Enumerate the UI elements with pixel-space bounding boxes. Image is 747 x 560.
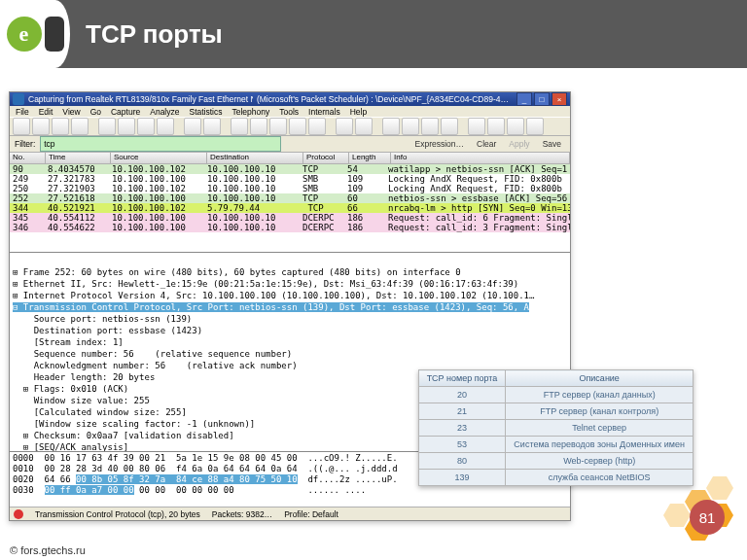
toolbar-icon[interactable] [487, 118, 505, 135]
toolbar-icon[interactable] [203, 118, 221, 135]
menubar: File Edit View Go Capture Analyze Statis… [10, 106, 570, 117]
packet-list[interactable]: 908.403457010.100.100.10210.100.100.10TC… [10, 164, 570, 252]
page-number: 81 [690, 500, 725, 535]
col-info[interactable]: Info [391, 153, 570, 163]
minimize-button[interactable]: _ [516, 92, 532, 106]
toolbar-icon[interactable] [52, 118, 69, 135]
ports-table: TCP номер портаОписание 20FTP сервер (ка… [418, 369, 694, 486]
col-no[interactable]: No. [10, 153, 46, 163]
capture-indicator-icon[interactable] [14, 509, 23, 519]
menu-internals[interactable]: Internals [308, 107, 340, 117]
toolbar-icon[interactable] [355, 118, 373, 135]
logo: e [0, 0, 70, 68]
logo-letter: e [7, 17, 42, 52]
table-row: 23Telnet сервер [418, 420, 693, 437]
logo-s-icon [45, 17, 64, 52]
slide-header: e TCP порты [0, 0, 747, 68]
toolbar-icon[interactable] [308, 118, 326, 135]
table-row: 80Web-сервер (http) [418, 453, 693, 470]
ports-header-desc: Описание [506, 370, 694, 387]
menu-edit[interactable]: Edit [39, 107, 53, 117]
col-source[interactable]: Source [111, 153, 207, 163]
packet-row[interactable]: 34640.55462210.100.100.10010.100.100.10D… [10, 223, 570, 232]
detail-line: ⊞ Checksum: 0x0aa7 [validation disabled] [13, 431, 234, 440]
detail-line: ⊞ [SEQ/ACK analysis] [13, 442, 128, 451]
toolbar-icon[interactable] [421, 118, 439, 135]
footer-copyright: © fors.gtechs.ru [10, 544, 86, 556]
col-protocol[interactable]: Protocol [303, 153, 349, 163]
col-destination[interactable]: Destination [207, 153, 303, 163]
toolbar-icon[interactable] [32, 118, 50, 135]
detail-line: Header length: 20 bytes [13, 372, 155, 382]
menu-go[interactable]: Go [90, 107, 101, 117]
menu-statistics[interactable]: Statistics [189, 107, 222, 117]
statusbar: Transmission Control Protocol (tcp), 20 … [10, 507, 570, 520]
toolbar-icon[interactable] [336, 118, 353, 135]
detail-line: Acknowledgment number: 56 (relative ack … [13, 361, 298, 370]
detail-line: Source port: netbios-ssn (139) [13, 314, 192, 324]
detail-line: ⊞ Internet Protocol Version 4, Src: 10.1… [13, 291, 534, 300]
col-length[interactable]: Length [349, 153, 391, 163]
packet-row[interactable]: 24927.32178310.100.100.10010.100.100.10S… [10, 174, 570, 184]
filter-label: Filter: [15, 139, 35, 149]
filter-bar: Filter: Expression… Clear Apply Save [10, 136, 570, 153]
packet-row[interactable]: 908.403457010.100.100.10210.100.100.10TC… [10, 164, 570, 174]
detail-line: [Stream index: 1] [13, 337, 124, 347]
clear-button[interactable]: Clear [473, 139, 500, 149]
packet-list-header: No. Time Source Destination Protocol Len… [10, 153, 570, 164]
menu-help[interactable]: Help [350, 107, 367, 117]
detail-line: Destination port: essbase (1423) [13, 326, 202, 335]
col-time[interactable]: Time [46, 153, 111, 163]
detail-line: Sequence number: 56 (relative sequence n… [13, 349, 292, 359]
ports-header-port: TCP номер порта [418, 370, 506, 387]
toolbar-icon[interactable] [231, 118, 248, 135]
menu-analyze[interactable]: Analyze [150, 107, 179, 117]
toolbar-icon[interactable] [250, 118, 267, 135]
detail-line: [Calculated window size: 255] [13, 407, 187, 417]
close-button[interactable]: × [551, 92, 567, 106]
packet-row[interactable]: 25227.52161810.100.100.10010.100.100.10T… [10, 193, 570, 203]
toolbar-icon[interactable] [468, 118, 485, 135]
toolbar-icon[interactable] [507, 118, 524, 135]
app-icon [13, 93, 24, 105]
toolbar-icon[interactable] [402, 118, 419, 135]
detail-line: Window size value: 255 [13, 396, 150, 405]
menu-telephony[interactable]: Telephony [232, 107, 270, 117]
expression-button[interactable]: Expression… [410, 139, 468, 149]
status-profile: Profile: Default [284, 509, 338, 519]
detail-line: [Window size scaling factor: -1 (unknown… [13, 419, 255, 429]
toolbar-icon[interactable] [157, 118, 174, 135]
titlebar[interactable]: Capturing from Realtek RTL8139/810x Fami… [10, 92, 570, 106]
menu-view[interactable]: View [62, 107, 80, 117]
toolbar-icon[interactable] [289, 118, 306, 135]
detail-line: ⊞ Flags: 0x010 (ACK) [13, 384, 128, 394]
status-proto: Transmission Control Protocol (tcp), 20 … [35, 509, 200, 519]
toolbar-icon[interactable] [382, 118, 400, 135]
menu-file[interactable]: File [16, 107, 29, 117]
toolbar-icon[interactable] [118, 118, 135, 135]
maximize-button[interactable]: □ [534, 92, 550, 106]
menu-capture[interactable]: Capture [111, 107, 140, 117]
toolbar-icon[interactable] [441, 118, 458, 135]
detail-line: ⊞ Frame 252: 60 bytes on wire (480 bits)… [13, 267, 461, 277]
toolbar-icon[interactable] [137, 118, 155, 135]
filter-input[interactable] [40, 136, 281, 152]
detail-line: ⊞ Ethernet II, Src: Hewlett-_1e:15:9e (0… [13, 279, 518, 289]
toolbar-icon[interactable] [13, 118, 30, 135]
window-title: Capturing from Realtek RTL8139/810x Fami… [28, 94, 253, 104]
packet-row[interactable]: 34440.52192110.100.100.1025.79.79.44 TCP… [10, 203, 570, 213]
toolbar-icon[interactable] [526, 118, 544, 135]
toolbar-icon[interactable] [184, 118, 201, 135]
packet-row[interactable]: 25027.32190310.100.100.10210.100.100.10S… [10, 184, 570, 193]
toolbar-icon[interactable] [98, 118, 116, 135]
menu-tools[interactable]: Tools [279, 107, 299, 117]
apply-button[interactable]: Apply [505, 139, 533, 149]
slide-title: TCP порты [86, 19, 223, 50]
toolbar [10, 117, 570, 136]
packet-row[interactable]: 34540.55411210.100.100.10010.100.100.10D… [10, 213, 570, 223]
toolbar-icon[interactable] [71, 118, 89, 135]
toolbar-icon[interactable] [269, 118, 287, 135]
save-button[interactable]: Save [539, 139, 565, 149]
table-row: 139служба сеансов NetBIOS [418, 470, 693, 486]
status-packets: Packets: 9382… [212, 509, 272, 519]
